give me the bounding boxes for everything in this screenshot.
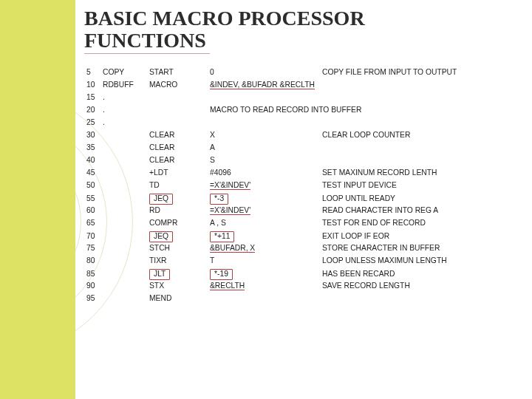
opcode-col: CLEAR [149,143,210,151]
label-col: . [103,118,149,126]
opcode-col: JEQ [149,231,210,242]
operand-col: *+11 [210,231,322,242]
code-row: 40CLEARS [86,156,457,168]
line-number: 65 [86,219,103,227]
sidebar-accent [0,0,75,399]
opcode-col: CLEAR [149,131,210,139]
comment-col: TEST INPUT DEVICE [322,181,457,189]
line-number: 20 [86,106,103,114]
line-number: 35 [86,143,103,151]
line-number: 30 [86,131,103,139]
label-col: COPY [103,68,149,76]
code-row: 75STCH&BUFADR, XSTORE CHARACTER IN BUFFE… [86,244,457,256]
opcode-col: STCH [149,244,210,252]
line-number: 85 [86,270,103,278]
line-number: 70 [86,232,103,240]
code-row: 90STX&RECLTHSAVE RECORD LENGTH [86,282,457,294]
comment-col: STORE CHARACTER IN BUFFER [322,244,457,252]
opcode-col: START [149,68,210,76]
code-row: 85JLT*-19HAS BEEN RECARD [86,269,457,282]
comment-col: EXIT LOOP IF EOR [322,232,457,240]
opcode-col: STX [149,282,210,290]
operand-col: =X'&INDEV' [210,181,322,190]
line-number: 95 [86,294,103,302]
slide-title: BASIC MACRO PROCESSOR FUNCTIONS [75,0,532,52]
comment-col: READ CHARACTER INTO REG A [322,206,457,214]
code-listing: 5COPYSTART0COPY FILE FROM INPUT TO OUTPU… [86,68,457,307]
line-number: 75 [86,244,103,252]
comment-col: CLEAR LOOP COUNTER [322,131,457,139]
operand-col: T [210,256,322,265]
opcode-col: TD [149,181,210,189]
label-col: RDBUFF [103,81,149,89]
line-number: 5 [86,68,103,76]
opcode-col: MACRO [149,81,210,89]
code-row: 25. [86,118,457,131]
opcode-col: RD [149,206,210,214]
line-number: 55 [86,194,103,202]
code-row: 80TIXRTLOOP UNLESS MAXIMUN LENGTH [86,256,457,269]
code-row: 45+LDT#4096SET MAXINUM RECORD LENTH [86,168,457,181]
line-number: 50 [86,181,103,189]
line-number: 40 [86,156,103,164]
operand-col: #4096 [210,168,322,177]
operand-col: 0 [210,68,322,76]
operand-col: A , S [210,219,322,227]
operand-col: *-3 [210,194,322,205]
operand-col: &RECLTH [210,282,322,290]
code-row: 65COMPRA , STEST FOR END OF RECORD [86,219,457,231]
operand-col: =X'&INDEV' [210,206,322,215]
code-row: 10RDBUFFMACRO&INDEV, &BUFADR &RECLTH [86,81,457,93]
comment-col: HAS BEEN RECARD [322,270,457,278]
code-row: 55JEQ*-3LOOP UNTIL READY [86,194,457,206]
title-line-1: BASIC MACRO PROCESSOR [84,7,365,30]
code-row: 60RD=X'&INDEV'READ CHARACTER INTO REG A [86,206,457,219]
operand-col: *-19 [210,269,322,280]
code-row: 95MEND [86,294,457,307]
comment-col: COPY FILE FROM INPUT TO OUTPUT [322,68,457,76]
title-line-2: FUNCTIONS [84,29,206,52]
line-number: 60 [86,206,103,214]
comment-col: LOOP UNLESS MAXIMUN LENGTH [322,256,457,265]
title-underline [84,53,210,54]
code-row: 50TD=X'&INDEV'TEST INPUT DEVICE [86,181,457,194]
line-number: 45 [86,168,103,177]
code-row: 20.MACRO TO READ RECORD INTO BUFFER [86,106,457,118]
opcode-col: +LDT [149,168,210,177]
opcode-col: COMPR [149,219,210,227]
operand-col: &BUFADR, X [210,244,322,253]
code-row: 15. [86,93,457,106]
code-row: 5COPYSTART0COPY FILE FROM INPUT TO OUTPU… [86,68,457,81]
line-number: 80 [86,256,103,265]
comment-col: TEST FOR END OF RECORD [322,219,457,227]
line-number: 90 [86,282,103,290]
code-row: 30CLEARXCLEAR LOOP COUNTER [86,131,457,143]
opcode-col: CLEAR [149,156,210,164]
opcode-col: JLT [149,269,210,280]
operand-col: &INDEV, &BUFADR &RECLTH [210,81,322,89]
line-number: 15 [86,93,103,101]
code-row: 35CLEARA [86,143,457,156]
operand-col: S [210,156,322,164]
operand-col: MACRO TO READ RECORD INTO BUFFER [210,106,322,114]
operand-col: A [210,143,322,151]
comment-col: SAVE RECORD LENGTH [322,282,457,290]
opcode-col: MEND [149,294,210,302]
line-number: 10 [86,81,103,89]
code-row: 70JEQ*+11EXIT LOOP IF EOR [86,231,457,244]
operand-col: X [210,131,322,139]
comment-col: SET MAXINUM RECORD LENTH [322,168,457,177]
line-number: 25 [86,118,103,126]
label-col: . [103,93,149,101]
label-col: . [103,106,149,114]
comment-col: LOOP UNTIL READY [322,194,457,202]
opcode-col: TIXR [149,256,210,265]
opcode-col: JEQ [149,194,210,205]
